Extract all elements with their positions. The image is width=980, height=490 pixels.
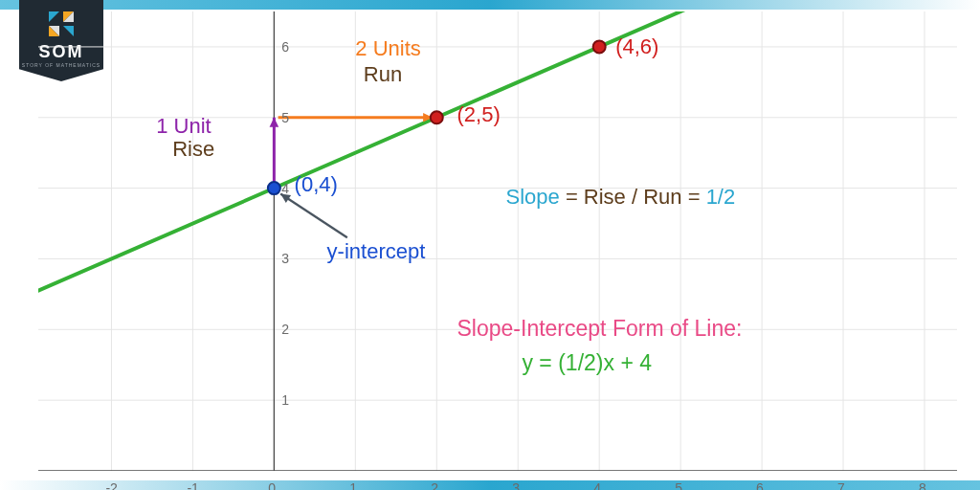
y-tick: 3 [281,251,289,266]
line-equation-label: y = (1/2)x + 4 [522,350,652,376]
x-tick: 1 [349,480,357,490]
y-intercept-label: y-intercept [327,239,426,264]
y-tick: 1 [281,392,289,408]
point-2-5-label: (2,5) [457,102,501,127]
x-tick: 4 [593,480,601,490]
svg-point-32 [268,182,280,194]
point-0-4-label: (0,4) [295,172,338,197]
slope-equation-label: Slope = Rise / Run = 1/2 [505,185,735,210]
x-tick: 5 [675,480,682,490]
slope-value: 1/2 [706,185,736,209]
x-tick: 6 [756,480,764,490]
y-tick: 6 [281,39,289,55]
graph-plot [38,11,957,471]
run-units-label: 2 Units [355,36,420,61]
svg-point-34 [593,40,606,53]
x-tick: 2 [431,480,438,490]
slope-word: Slope [505,185,559,209]
form-title-label: Slope-Intercept Form of Line: [457,316,743,342]
x-tick: -2 [105,480,117,490]
bottom-accent-bar [0,480,980,490]
run-word-label: Run [364,62,402,87]
top-accent-bar [0,0,980,10]
svg-point-33 [431,111,443,123]
x-tick: 8 [919,480,926,490]
point-4-6-label: (4,6) [615,34,658,59]
x-tick: 0 [268,480,276,490]
x-tick: 7 [837,480,845,490]
rise-word-label: Rise [172,137,214,162]
y-tick: 2 [281,322,289,337]
rise-units-label: 1 Unit [156,114,211,139]
x-tick: 3 [512,480,520,490]
slope-middle: = Rise / Run = [560,185,706,209]
y-tick: 5 [281,110,289,125]
svg-line-30 [280,194,347,238]
y-tick: 4 [281,181,289,196]
x-tick: -1 [187,480,198,490]
svg-marker-27 [270,118,279,127]
